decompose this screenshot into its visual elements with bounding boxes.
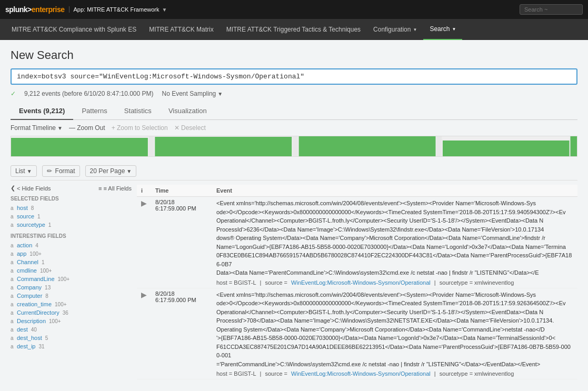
list-button[interactable]: List ▼ <box>11 165 37 177</box>
field-dest-host[interactable]: a dest_host 5 <box>11 334 132 342</box>
top-search-bar <box>520 4 583 15</box>
search-dropdown-arrow: ▼ <box>452 27 456 32</box>
field-app[interactable]: a app 100+ <box>11 249 132 258</box>
results-toolbar: List ▼ ✏ Format 20 Per Page ▼ <box>11 162 577 181</box>
timeline-toolbar: Format Timeline ▼ — Zoom Out + Zoom to S… <box>11 120 577 136</box>
field-dest[interactable]: a dest 40 <box>11 325 132 334</box>
sampling-button[interactable]: No Event Sampling ▼ <box>162 90 223 97</box>
field-current-directory[interactable]: a CurrentDirectory 36 <box>11 308 132 317</box>
format-timeline-arrow: ▼ <box>57 125 63 131</box>
table-row: ▶ 8/20/186:17:59.000 PM <Event xmlns='ht… <box>137 288 577 379</box>
tabs: Events (9,212) Patterns Statistics Visua… <box>11 103 577 120</box>
tab-statistics[interactable]: Statistics <box>116 103 160 120</box>
event-meta-row: ✓ 9,212 events (before 6/10/20 8:47:10.0… <box>11 90 577 97</box>
svg-rect-7 <box>570 136 577 156</box>
svg-rect-2 <box>155 137 292 156</box>
page-title: New Search <box>11 48 577 62</box>
per-page-button[interactable]: 20 Per Page ▼ <box>85 165 137 177</box>
col-info: i <box>137 185 151 197</box>
fields-panel: ❮ < Hide Fields ≡ ≡ All Fields SELECTED … <box>11 185 137 379</box>
app-dropdown-arrow[interactable]: ▼ <box>162 7 167 13</box>
tab-patterns[interactable]: Patterns <box>73 103 115 120</box>
nav-compliance[interactable]: MITRE ATT&CK Compliance with Splunk ES <box>5 19 143 40</box>
search-input-wrapper <box>11 68 577 85</box>
expand-row-1-button[interactable]: ▶ <box>141 199 147 207</box>
col-time: Time <box>151 185 212 197</box>
nav-matrix[interactable]: MITRE ATT&CK Matrix <box>143 19 220 40</box>
config-dropdown-arrow: ▼ <box>413 27 417 32</box>
interesting-fields-list: a action 4 a app 100+ a Channel 1 a cmdl… <box>11 241 132 350</box>
field-dest-ip[interactable]: a dest_ip 31 <box>11 342 132 350</box>
brand: splunk>enterprise App: MITRE ATT&CK Fram… <box>5 5 167 14</box>
field-channel[interactable]: a Channel 1 <box>11 258 132 266</box>
event-text-2: <Event xmlns='http://schemas.microsoft.c… <box>216 290 573 369</box>
list-dropdown-arrow: ▼ <box>27 168 32 174</box>
nav-triggered[interactable]: MITRE ATT&CK Triggered Tactics & Techniq… <box>220 19 367 40</box>
expand-row-2-button[interactable]: ▶ <box>141 290 147 299</box>
hide-fields-button[interactable]: ❮ < Hide Fields <box>11 185 51 192</box>
tab-events[interactable]: Events (9,212) <box>11 103 73 120</box>
svg-rect-3 <box>293 136 298 156</box>
svg-rect-6 <box>443 141 570 156</box>
event-text-1: <Event xmlns='http://schemas.microsoft.c… <box>216 199 573 277</box>
svg-rect-0 <box>11 138 148 156</box>
list-icon: ≡ <box>98 185 102 192</box>
results-area: ❮ < Hide Fields ≡ ≡ All Fields SELECTED … <box>11 185 577 379</box>
deselect-button[interactable]: ✕ Deselect <box>174 124 206 132</box>
format-timeline-button[interactable]: Format Timeline ▼ <box>11 124 63 132</box>
field-computer[interactable]: a Computer 8 <box>11 292 132 300</box>
field-commandline[interactable]: a CommandLine 100+ <box>11 275 132 283</box>
event-meta-2: host = BGIST-L | source = WinEventLog:Mi… <box>216 370 573 377</box>
timeline-container <box>11 136 577 157</box>
field-description[interactable]: a Description 100+ <box>11 317 132 325</box>
table-row: ▶ 8/20/186:17:59.000 PM <Event xmlns='ht… <box>137 197 577 288</box>
svg-rect-4 <box>299 136 436 156</box>
per-page-dropdown-arrow: ▼ <box>126 168 132 174</box>
field-creation-time[interactable]: a creation_time 100+ <box>11 300 132 308</box>
fields-panel-header: ❮ < Hide Fields ≡ ≡ All Fields <box>11 185 132 192</box>
nav-configuration[interactable]: Configuration ▼ <box>367 19 423 40</box>
svg-rect-5 <box>436 136 442 156</box>
field-cmdline[interactable]: a cmdline 100+ <box>11 266 132 275</box>
event-meta-1: host = BGIST-L | source = WinEventLog:Mi… <box>216 279 573 286</box>
zoom-out-button[interactable]: — Zoom Out <box>69 124 105 132</box>
event-time-2: 8/20/186:17:59.000 PM <box>155 290 208 303</box>
check-icon: ✓ <box>11 90 16 97</box>
nav-search[interactable]: Search ▼ <box>423 19 462 40</box>
selected-fields-label: SELECTED FIELDS <box>11 196 132 202</box>
format-button[interactable]: ✏ Format <box>42 165 80 177</box>
pencil-icon: ✏ <box>47 167 52 175</box>
sampling-dropdown-arrow: ▼ <box>217 91 223 97</box>
field-action[interactable]: a action 4 <box>11 241 132 249</box>
events-table: i Time Event ▶ 8/20/186:17:59.000 PM <box>137 185 577 379</box>
selected-fields-list: a host 8 a source 1 a sourcetype 1 <box>11 204 132 229</box>
timeline-chart <box>11 136 577 156</box>
zoom-to-selection-button[interactable]: + Zoom to Selection <box>112 124 168 132</box>
tab-visualization[interactable]: Visualization <box>160 103 215 120</box>
field-company[interactable]: a Company 13 <box>11 283 132 292</box>
chevron-left-icon: ❮ <box>11 185 15 192</box>
col-event: Event <box>212 185 577 197</box>
splunk-logo: splunk>enterprise <box>5 5 65 14</box>
interesting-fields-label: INTERESTING FIELDS <box>11 233 132 239</box>
top-nav: splunk>enterprise App: MITRE ATT&CK Fram… <box>0 0 588 19</box>
field-host[interactable]: a host 8 <box>11 204 132 212</box>
search-input[interactable] <box>17 73 571 81</box>
all-fields-button[interactable]: ≡ ≡ All Fields <box>98 185 132 192</box>
page-content: New Search ✓ 9,212 events (before 6/10/2… <box>0 40 588 388</box>
top-search-input[interactable] <box>520 4 583 15</box>
event-time-1: 8/20/186:17:59.000 PM <box>155 199 208 212</box>
field-sourcetype[interactable]: a sourcetype 1 <box>11 220 132 229</box>
event-count: 9,212 events (before 6/10/20 8:47:10.000… <box>24 90 154 97</box>
main-nav: MITRE ATT&CK Compliance with Splunk ES M… <box>0 19 588 40</box>
field-source[interactable]: a source 1 <box>11 212 132 220</box>
svg-rect-1 <box>149 136 154 156</box>
app-label: App: MITRE ATT&CK Framework ▼ <box>69 6 167 13</box>
